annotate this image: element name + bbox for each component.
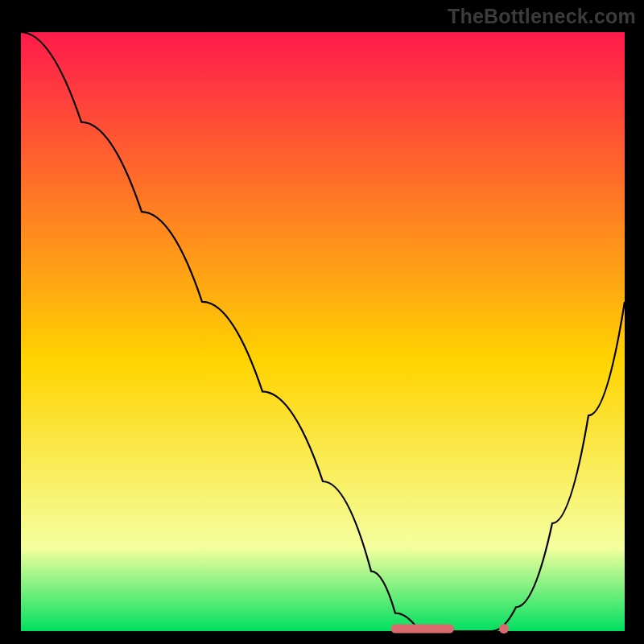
plot-background (21, 32, 625, 631)
bottleneck-chart (0, 0, 644, 644)
flat-end-dot (499, 624, 509, 634)
chart-card: TheBottleneck.com (0, 0, 644, 644)
